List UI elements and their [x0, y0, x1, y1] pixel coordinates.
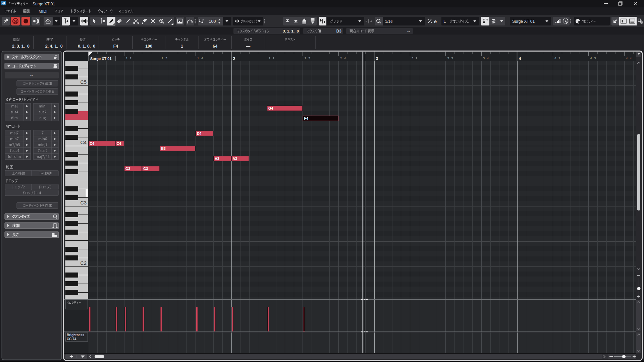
svg-text:2. 4. 1. 0: 2. 4. 1. 0	[45, 44, 63, 49]
svg-text:A3: A3	[215, 157, 219, 161]
svg-text:F4: F4	[113, 44, 118, 49]
svg-text:D4: D4	[197, 131, 202, 135]
svg-text:--: --	[407, 29, 410, 33]
svg-text:B3: B3	[161, 146, 166, 150]
svg-text:C4: C4	[80, 140, 87, 145]
svg-text:F4: F4	[304, 116, 308, 120]
svg-text:Surge XT 01: Surge XT 01	[512, 19, 535, 24]
svg-text:1 . 2: 1 . 2	[126, 56, 131, 60]
svg-text:G4: G4	[268, 106, 273, 110]
svg-text:2 . 3: 2 . 3	[305, 56, 310, 60]
svg-text:4: 4	[519, 56, 521, 61]
svg-text:MIDI: MIDI	[39, 9, 47, 14]
svg-text:Surge XT 01: Surge XT 01	[90, 57, 112, 61]
svg-text:D3: D3	[336, 29, 342, 34]
svg-text:CC 74: CC 74	[67, 337, 76, 341]
svg-text:G3: G3	[143, 167, 148, 171]
svg-text:G3: G3	[125, 167, 130, 171]
svg-text:2 . 2: 2 . 2	[269, 56, 274, 60]
svg-text:1 . 3: 1 . 3	[162, 56, 167, 60]
svg-text:0. 1. 0. 0: 0. 1. 0. 0	[78, 44, 95, 49]
svg-text:Brightness: Brightness	[67, 333, 85, 337]
svg-text:3 . 2: 3 . 2	[412, 56, 417, 60]
svg-text:2 . 4: 2 . 4	[340, 56, 346, 60]
svg-text:1/16: 1/16	[385, 19, 392, 23]
svg-text:4 . 4: 4 . 4	[626, 56, 632, 60]
svg-text:C5: C5	[80, 79, 87, 85]
svg-text:3: 3	[376, 56, 378, 61]
svg-text:3. 1. 1. 0: 3. 1. 1. 0	[283, 29, 299, 33]
svg-text:100: 100	[145, 44, 152, 49]
svg-text:100: 100	[209, 19, 216, 24]
svg-text:--: --	[30, 73, 33, 78]
svg-text:C4: C4	[90, 141, 95, 145]
svg-text:S: S	[14, 19, 17, 24]
svg-text:1: 1	[181, 44, 183, 49]
svg-text:4 . 2: 4 . 2	[554, 56, 560, 60]
svg-text:3 . 4: 3 . 4	[483, 56, 489, 60]
svg-text:e: e	[434, 19, 437, 24]
svg-text:A3: A3	[233, 157, 237, 161]
svg-text:Surge XT 01: Surge XT 01	[33, 2, 55, 6]
svg-text:L: L	[443, 19, 446, 24]
svg-text:—: —	[246, 44, 251, 49]
svg-text:C2: C2	[80, 260, 87, 266]
svg-text:3 . 3: 3 . 3	[447, 56, 453, 60]
svg-text:C4: C4	[116, 141, 121, 145]
svg-text:4 . 3: 4 . 3	[590, 56, 596, 60]
svg-text:1 . 4: 1 . 4	[197, 56, 203, 60]
svg-text:C3: C3	[80, 200, 87, 205]
svg-text:2. 3. 1. 0: 2. 3. 1. 0	[12, 44, 30, 49]
svg-text:64: 64	[213, 44, 217, 49]
svg-text:2: 2	[233, 56, 235, 61]
